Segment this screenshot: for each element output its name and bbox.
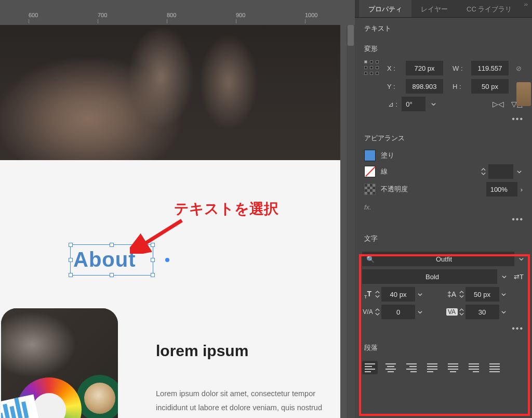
- collapse-panel-icon[interactable]: ››: [524, 1, 528, 7]
- annotation-label: テキストを選択: [174, 199, 278, 219]
- opacity-popup-icon[interactable]: ›: [521, 186, 523, 193]
- justify-center-button[interactable]: [445, 361, 461, 374]
- fill-label: 塗り: [381, 151, 394, 160]
- w-input[interactable]: [471, 61, 509, 75]
- properties-panel: ›› プロパティ レイヤー CC ライブラリ テキスト 変形 X : W : ⊘…: [355, 0, 532, 418]
- stroke-row: 線: [355, 163, 532, 180]
- font-size-dropdown-icon[interactable]: [416, 292, 423, 297]
- opacity-row: 不透明度 ›: [355, 180, 532, 198]
- fill-color-swatch[interactable]: [364, 150, 376, 161]
- tracking-dropdown-icon[interactable]: [500, 309, 508, 315]
- opacity-label: 不透明度: [381, 185, 408, 194]
- coffee-cup-graphic: [76, 375, 118, 418]
- font-size-stepper[interactable]: [375, 290, 380, 299]
- resize-handle[interactable]: [69, 273, 73, 277]
- ruler-tick: 1000: [305, 12, 317, 18]
- angle-dropdown-icon[interactable]: [430, 101, 437, 107]
- stroke-color-swatch[interactable]: [364, 166, 376, 177]
- document-canvas[interactable]: About テキストを選択 lorem ipsum Lorem ipsum do…: [0, 25, 340, 418]
- object-type-label: テキスト: [355, 18, 532, 37]
- flip-horizontal-icon[interactable]: ▷◁: [493, 100, 504, 108]
- canvas-scrollbar[interactable]: [347, 25, 355, 418]
- font-weight-input[interactable]: [362, 269, 497, 284]
- ruler-tick: 800: [167, 12, 176, 18]
- link-constraint-strip: [516, 82, 531, 106]
- fill-row: 塗り: [355, 148, 532, 163]
- variable-font-icon[interactable]: ⇄T: [514, 273, 524, 281]
- leading-stepper[interactable]: [459, 290, 464, 299]
- transform-more-icon[interactable]: •••: [355, 113, 532, 127]
- leading-input[interactable]: [466, 287, 499, 302]
- character-more-icon[interactable]: •••: [355, 322, 532, 336]
- opacity-swatch-icon[interactable]: [364, 184, 376, 195]
- align-center-button[interactable]: [383, 361, 398, 374]
- resize-handle[interactable]: [151, 273, 155, 277]
- image-card: [1, 308, 118, 418]
- size-leading-row: TT ‡A: [362, 287, 525, 302]
- tracking-icon: VA: [446, 308, 458, 316]
- font-size-input[interactable]: [381, 287, 415, 302]
- paragraph-title: 段落: [355, 336, 532, 358]
- resize-handle[interactable]: [110, 243, 114, 247]
- opacity-input[interactable]: [486, 182, 517, 197]
- resize-handle[interactable]: [110, 273, 114, 277]
- stroke-label: 線: [381, 167, 388, 176]
- reference-point-grid[interactable]: [364, 60, 380, 76]
- transform-row-angle: ⊿ : ▷◁ ▽△: [355, 95, 532, 113]
- font-weight-row: ⇄T: [362, 269, 525, 284]
- stroke-weight-input[interactable]: [488, 164, 513, 179]
- kerning-icon: V/A: [362, 308, 374, 316]
- y-input[interactable]: [406, 79, 443, 94]
- justify-all-button[interactable]: [487, 361, 502, 374]
- h-input[interactable]: [471, 79, 509, 94]
- font-family-field[interactable]: 🔍: [362, 252, 514, 266]
- selected-text: About: [73, 248, 136, 271]
- fx-button[interactable]: fx.: [355, 198, 532, 213]
- ruler-tick: 900: [236, 12, 245, 18]
- leading-dropdown-icon[interactable]: [500, 292, 508, 297]
- justify-left-button[interactable]: [424, 361, 440, 374]
- hero-image: [0, 25, 340, 160]
- lorem-paragraph: Lorem ipsum dolor sit amet, consectetur …: [156, 387, 343, 418]
- stroke-weight-stepper[interactable]: [481, 167, 486, 176]
- align-right-button[interactable]: [404, 361, 419, 374]
- resize-handle[interactable]: [151, 258, 155, 262]
- tab-cc-libraries[interactable]: CC ライブラリ: [457, 0, 521, 17]
- stroke-weight-dropdown-icon[interactable]: [515, 169, 523, 175]
- resize-handle[interactable]: [69, 258, 73, 262]
- angle-icon: ⊿ :: [388, 100, 397, 108]
- text-selection-box[interactable]: About: [70, 244, 153, 276]
- transform-title: 変形: [355, 37, 532, 59]
- ruler-horizontal: 600 700 800 900 1000: [0, 10, 344, 25]
- link-wh-icon[interactable]: ⊘: [516, 64, 522, 72]
- text-overflow-dot[interactable]: [165, 258, 169, 262]
- angle-input[interactable]: [402, 97, 425, 111]
- justify-right-button[interactable]: [466, 361, 482, 374]
- resize-handle[interactable]: [151, 243, 155, 247]
- tracking-stepper[interactable]: [459, 307, 464, 317]
- scrollbar-thumb[interactable]: [348, 25, 354, 46]
- appearance-title: アピアランス: [355, 127, 532, 148]
- font-family-row: 🔍: [362, 252, 525, 266]
- font-family-input[interactable]: [378, 252, 510, 266]
- tab-properties[interactable]: プロパティ: [359, 0, 411, 17]
- font-size-icon: TT: [362, 290, 374, 299]
- ruler-tick: 600: [29, 12, 38, 18]
- leading-icon: ‡A: [446, 290, 458, 298]
- font-weight-dropdown-icon[interactable]: [500, 274, 508, 280]
- resize-handle[interactable]: [69, 243, 73, 247]
- font-family-dropdown-icon[interactable]: [517, 256, 525, 262]
- appearance-more-icon[interactable]: •••: [355, 213, 532, 227]
- h-label: H :: [453, 83, 466, 90]
- panel-tabs: プロパティ レイヤー CC ライブラリ: [355, 0, 532, 18]
- kerning-dropdown-icon[interactable]: [416, 309, 423, 315]
- tracking-input[interactable]: [466, 305, 499, 319]
- canvas-area: 600 700 800 900 1000 About テキストを選択 lorem…: [0, 0, 355, 418]
- x-input[interactable]: [406, 61, 443, 75]
- align-left-button[interactable]: [362, 361, 378, 374]
- tab-layers[interactable]: レイヤー: [411, 0, 457, 17]
- kerning-stepper[interactable]: [375, 307, 380, 317]
- transform-row-1: X : W : ⊘: [355, 59, 532, 77]
- kerning-input[interactable]: [381, 305, 415, 319]
- w-label: W :: [453, 64, 466, 72]
